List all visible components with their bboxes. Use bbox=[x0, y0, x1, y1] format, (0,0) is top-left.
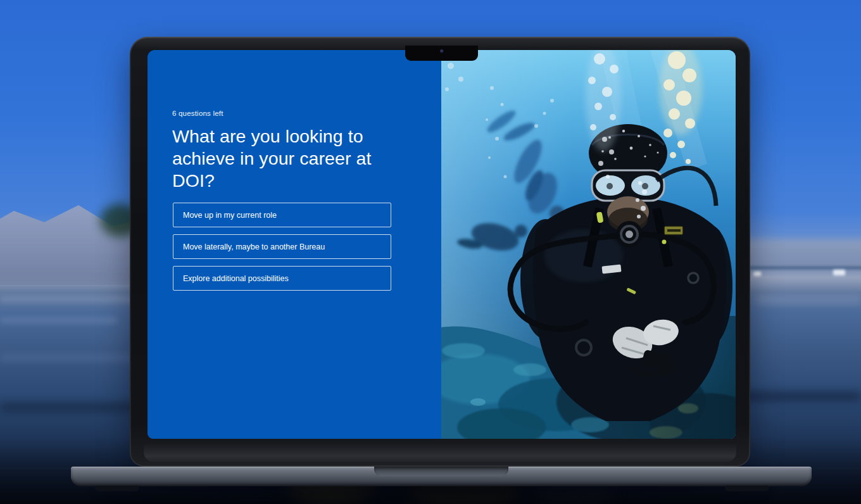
laptop-lip-notch bbox=[374, 467, 508, 476]
diver-photo-art bbox=[441, 50, 736, 439]
survey-option-explore[interactable]: Explore additional possibilities bbox=[173, 266, 391, 291]
survey-option-move-up[interactable]: Move up in my current role bbox=[173, 203, 391, 227]
background-scene: 6 questions left What are you looking to… bbox=[0, 0, 861, 504]
survey-panel: 6 questions left What are you looking to… bbox=[148, 50, 441, 439]
diver-photo bbox=[441, 50, 736, 439]
camera-dot bbox=[440, 49, 444, 53]
laptop-chin bbox=[144, 443, 736, 462]
camera-notch bbox=[405, 46, 478, 61]
questions-left-label: 6 questions left bbox=[172, 110, 441, 117]
laptop-lid-bezel: 6 questions left What are you looking to… bbox=[130, 37, 750, 467]
laptop-mockup: 6 questions left What are you looking to… bbox=[71, 37, 812, 494]
laptop-foot bbox=[95, 486, 139, 491]
laptop-screen: 6 questions left What are you looking to… bbox=[148, 50, 736, 439]
background-boat bbox=[833, 270, 845, 275]
survey-question-heading: What are you looking to achieve in your … bbox=[172, 125, 408, 192]
laptop-base bbox=[71, 467, 812, 486]
survey-option-move-laterally[interactable]: Move laterally, maybe to another Bureau bbox=[173, 234, 391, 259]
laptop-foot bbox=[725, 486, 769, 491]
